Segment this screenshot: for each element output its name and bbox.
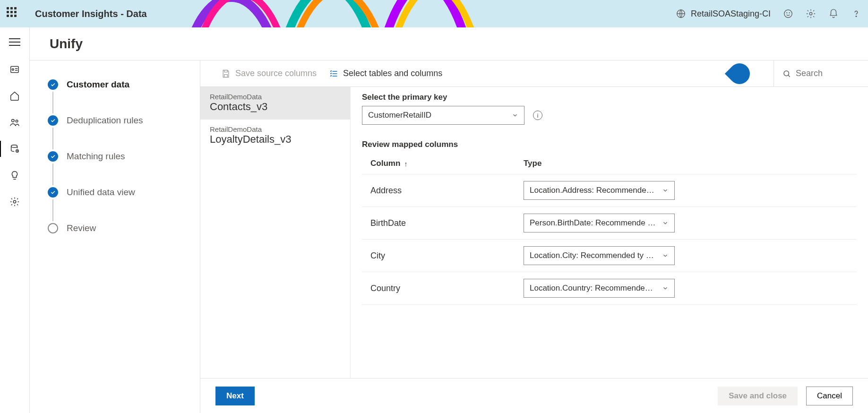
nav-settings-icon[interactable]: [9, 197, 20, 207]
search-icon: [782, 69, 791, 78]
wizard-step[interactable]: Customer data: [48, 79, 186, 115]
list-check-icon: [329, 69, 338, 78]
mapped-column-name: Country: [370, 284, 524, 293]
mapped-column-name: BirthDate: [370, 218, 524, 228]
svg-point-5: [856, 16, 856, 17]
nav-toggle-icon[interactable]: [9, 36, 20, 48]
mapped-column-row: CityLocation.City: Recommended ty …: [362, 240, 857, 272]
nav-card-icon[interactable]: [9, 64, 20, 75]
help-icon[interactable]: [851, 9, 861, 19]
svg-point-2: [787, 13, 787, 13]
type-select[interactable]: Location.Address: Recommende…: [524, 181, 675, 200]
wizard-step-label: Deduplication rules: [67, 115, 143, 126]
wizard-step-label: Unified data view: [67, 187, 135, 198]
primary-key-select[interactable]: CustomerRetailID: [362, 106, 524, 125]
content-toolbar: Save source columns Select tables and co…: [200, 60, 868, 87]
globe-icon: [676, 9, 686, 19]
nav-home-icon[interactable]: [9, 91, 20, 101]
chevron-down-icon: [512, 112, 518, 119]
search-input[interactable]: [796, 69, 852, 78]
wizard-steps: Customer dataDeduplication rulesMatching…: [30, 60, 200, 413]
column-header-column[interactable]: Column ↑: [370, 159, 524, 168]
select-tables-label: Select tables and columns: [343, 69, 442, 78]
settings-gear-icon[interactable]: [806, 9, 816, 19]
svg-point-13: [784, 71, 789, 76]
page-header: Unify: [30, 27, 868, 60]
source-name: RetailDemoData: [210, 125, 341, 133]
top-header: Customer Insights - Data RetailSOAStagin…: [0, 0, 868, 27]
source-table-item[interactable]: RetailDemoDataContacts_v3: [200, 87, 350, 120]
mapped-column-name: City: [370, 251, 524, 261]
svg-point-12: [13, 200, 16, 203]
type-value: Location.Country: Recommende…: [530, 284, 653, 293]
mapped-column-row: BirthDatePerson.BirthDate: Recommende …: [362, 207, 857, 240]
select-tables-button[interactable]: Select tables and columns: [329, 69, 442, 78]
app-launcher-icon[interactable]: [7, 7, 20, 20]
primary-key-label: Select the primary key: [362, 93, 857, 102]
feedback-icon[interactable]: [783, 9, 793, 19]
table-detail: Select the primary key CustomerRetailID …: [351, 87, 868, 378]
chevron-down-icon: [662, 220, 669, 226]
svg-point-8: [12, 120, 14, 122]
type-value: Location.City: Recommended ty …: [530, 251, 654, 260]
assistant-bubble-icon[interactable]: [725, 59, 754, 88]
wizard-step[interactable]: Review: [48, 223, 186, 233]
sort-asc-icon: ↑: [404, 160, 408, 168]
next-button[interactable]: Next: [215, 387, 255, 405]
primary-key-value: CustomerRetailID: [368, 111, 431, 120]
wizard-step[interactable]: Deduplication rules: [48, 115, 186, 151]
save-icon: [221, 69, 231, 78]
type-value: Location.Address: Recommende…: [530, 186, 654, 195]
table-name: LoyaltyDetails_v3: [210, 133, 341, 146]
mapped-column-name: Address: [370, 186, 524, 196]
type-select[interactable]: Person.BirthDate: Recommende …: [524, 214, 675, 232]
svg-point-10: [11, 145, 17, 148]
mapped-column-row: AddressLocation.Address: Recommende…: [362, 174, 857, 207]
wizard-step[interactable]: Matching rules: [48, 151, 186, 187]
search-box[interactable]: [773, 60, 868, 87]
nav-customers-icon[interactable]: [9, 117, 20, 128]
save-source-columns-label: Save source columns: [235, 69, 317, 78]
mapped-column-row: CountryLocation.Country: Recommende…: [362, 272, 857, 305]
wizard-step-label: Customer data: [67, 79, 129, 90]
wizard-step-label: Review: [67, 223, 96, 233]
mapped-columns-table: Column ↑ Type AddressLocation.Address: R…: [362, 153, 857, 305]
review-mapped-label: Review mapped columns: [362, 140, 857, 149]
save-source-columns-button: Save source columns: [221, 69, 317, 78]
source-table-list: RetailDemoDataContacts_v3RetailDemoDataL…: [200, 87, 351, 378]
page-title: Unify: [50, 36, 83, 52]
nav-data-icon[interactable]: [9, 144, 20, 154]
wizard-footer: Next Save and close Cancel: [200, 378, 868, 413]
column-header-type[interactable]: Type: [524, 159, 848, 168]
table-name: Contacts_v3: [210, 101, 341, 113]
environment-name: RetailSOAStaging-CI: [691, 9, 771, 19]
step-check-icon: [48, 151, 58, 162]
chevron-down-icon: [662, 252, 669, 259]
type-select[interactable]: Location.City: Recommended ty …: [524, 246, 675, 265]
wizard-step[interactable]: Unified data view: [48, 187, 186, 223]
nav-insights-icon[interactable]: [9, 170, 20, 181]
chevron-down-icon: [662, 187, 669, 194]
step-check-icon: [48, 79, 58, 90]
left-nav-rail: [0, 27, 30, 413]
step-pending-icon: [48, 223, 58, 233]
primary-key-info-icon[interactable]: i: [533, 111, 542, 120]
svg-point-9: [16, 120, 18, 122]
source-table-item[interactable]: RetailDemoDataLoyaltyDetails_v3: [200, 120, 350, 152]
chevron-down-icon: [662, 285, 669, 292]
source-name: RetailDemoData: [210, 93, 341, 101]
app-title: Customer Insights - Data: [35, 9, 147, 19]
svg-point-1: [784, 10, 792, 18]
step-check-icon: [48, 115, 58, 126]
environment-picker[interactable]: RetailSOAStaging-CI: [676, 9, 771, 19]
type-value: Person.BirthDate: Recommende …: [530, 218, 655, 228]
type-select[interactable]: Location.Country: Recommende…: [524, 279, 675, 298]
decorative-ribbons: [180, 0, 510, 27]
save-and-close-button: Save and close: [718, 387, 798, 405]
svg-point-4: [809, 12, 812, 15]
step-check-icon: [48, 187, 58, 198]
svg-point-7: [12, 69, 14, 70]
cancel-button[interactable]: Cancel: [806, 387, 853, 405]
notifications-bell-icon[interactable]: [828, 9, 839, 19]
wizard-step-label: Matching rules: [67, 151, 125, 162]
